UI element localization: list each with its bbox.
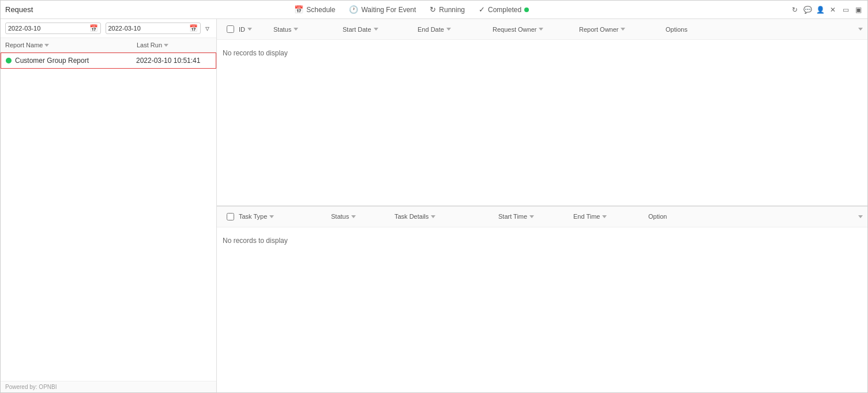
end-time-col-header: End Time xyxy=(573,213,648,220)
completed-status-dot xyxy=(524,8,529,12)
last-run-label: Last Run xyxy=(137,42,162,48)
left-toolbar: 📅 📅 ▿ xyxy=(1,19,216,38)
upper-no-records: No records to display xyxy=(217,40,867,66)
waiting-for-event-nav[interactable]: 🕐 Waiting For Event xyxy=(349,5,416,14)
status-col-header: Status xyxy=(273,26,343,33)
start-time-col-header: Start Time xyxy=(498,213,573,220)
last-run-filter-icon[interactable] xyxy=(164,44,168,47)
status-filter-icon[interactable] xyxy=(294,28,298,31)
task-type-filter-icon[interactable] xyxy=(269,215,274,218)
schedule-icon: 📅 xyxy=(294,5,303,14)
app-window: Request 📅 Schedule 🕐 Waiting For Event ↻… xyxy=(0,0,868,393)
start-date-label: Start Date xyxy=(343,26,371,33)
last-run-col-header: Last Run xyxy=(137,42,212,48)
report-name-cell: Customer Group Report xyxy=(15,57,136,65)
request-owner-label: Request Owner xyxy=(493,26,536,33)
report-list: Customer Group Report 2022-03-10 10:51:4… xyxy=(1,53,216,381)
task-status-label: Status xyxy=(331,213,349,220)
completed-nav[interactable]: ✓ Completed xyxy=(479,5,529,14)
date-to-wrapper: 📅 xyxy=(106,23,201,34)
report-name-label: Report Name xyxy=(5,42,43,48)
request-owner-col-header: Request Owner xyxy=(493,26,579,33)
end-time-label: End Time xyxy=(573,213,600,220)
option-col-header: Option xyxy=(648,213,863,220)
options-filter-icon[interactable] xyxy=(858,28,863,31)
main-content: 📅 📅 ▿ Report Name Last Run xyxy=(1,19,867,392)
powered-by-footer: Powered by: OPNBI xyxy=(1,381,216,392)
lower-table-header: Task Type Status Task Details Start Time xyxy=(217,207,867,227)
id-filter-icon[interactable] xyxy=(247,28,252,31)
request-owner-filter-icon[interactable] xyxy=(539,28,543,31)
schedule-nav[interactable]: 📅 Schedule xyxy=(294,5,335,14)
date-from-wrapper: 📅 xyxy=(5,23,101,34)
report-status-indicator xyxy=(6,58,12,63)
upper-select-all-checkbox[interactable] xyxy=(227,25,234,33)
report-owner-col-header: Report Owner xyxy=(579,26,666,33)
task-type-label: Task Type xyxy=(239,213,267,220)
calendar-from-icon[interactable]: 📅 xyxy=(89,24,98,32)
nav-bar: 📅 Schedule 🕐 Waiting For Event ↻ Running… xyxy=(294,5,529,14)
report-owner-filter-icon[interactable] xyxy=(621,28,625,31)
start-time-filter-icon[interactable] xyxy=(529,215,534,218)
start-date-col-header: Start Date xyxy=(343,26,418,33)
report-row[interactable]: Customer Group Report 2022-03-10 10:51:4… xyxy=(1,53,216,69)
close-button[interactable]: ✕ xyxy=(828,5,837,14)
waiting-for-event-label: Waiting For Event xyxy=(361,6,416,14)
report-name-col-header: Report Name xyxy=(5,42,137,48)
minimize-button[interactable]: ▭ xyxy=(841,5,850,14)
left-table-header: Report Name Last Run xyxy=(1,38,216,53)
report-owner-label: Report Owner xyxy=(579,26,618,33)
left-panel: 📅 📅 ▿ Report Name Last Run xyxy=(1,19,217,392)
upper-table-header: ID Status Start Date End Date xyxy=(217,19,867,40)
end-date-label: End Date xyxy=(418,26,444,33)
id-label: ID xyxy=(239,26,245,33)
calendar-to-icon[interactable]: 📅 xyxy=(189,24,198,32)
app-title: Request xyxy=(5,5,33,14)
right-panel: ID Status Start Date End Date xyxy=(217,19,867,392)
report-lastrun-cell: 2022-03-10 10:51:41 xyxy=(136,57,211,65)
id-col-header: ID xyxy=(239,26,273,33)
check-icon: ✓ xyxy=(479,5,485,14)
options-col-header: Options xyxy=(666,26,863,33)
running-nav[interactable]: ↻ Running xyxy=(430,5,465,14)
start-time-label: Start Time xyxy=(498,213,527,220)
date-to-input[interactable] xyxy=(108,25,190,32)
upper-table-section: ID Status Start Date End Date xyxy=(217,19,867,207)
option-filter-icon[interactable] xyxy=(858,215,863,218)
title-bar: Request 📅 Schedule 🕐 Waiting For Event ↻… xyxy=(1,1,867,19)
task-status-filter-icon[interactable] xyxy=(351,215,356,218)
chat-button[interactable]: 💬 xyxy=(803,5,812,14)
task-details-filter-icon[interactable] xyxy=(431,215,435,218)
upper-checkbox-col xyxy=(221,25,239,33)
task-status-col-header: Status xyxy=(331,213,394,220)
status-label: Status xyxy=(273,26,291,33)
powered-by-text: Powered by: OPNBI xyxy=(5,384,57,390)
end-time-filter-icon[interactable] xyxy=(602,215,607,218)
lower-checkbox-col xyxy=(221,213,239,220)
completed-label: Completed xyxy=(488,6,521,14)
end-date-filter-icon[interactable] xyxy=(446,28,451,31)
report-name-filter-icon[interactable] xyxy=(44,44,49,47)
date-from-input[interactable] xyxy=(8,25,89,32)
options-label: Options xyxy=(666,26,687,33)
filter-icon[interactable]: ▿ xyxy=(203,23,212,34)
end-date-col-header: End Date xyxy=(418,26,493,33)
window-controls: ↻ 💬 👤 ✕ ▭ ▣ xyxy=(790,5,863,14)
maximize-button[interactable]: ▣ xyxy=(854,5,863,14)
task-details-col-header: Task Details xyxy=(394,213,498,220)
start-date-filter-icon[interactable] xyxy=(374,28,378,31)
schedule-label: Schedule xyxy=(306,6,335,14)
clock-icon: 🕐 xyxy=(349,5,358,14)
running-icon: ↻ xyxy=(430,5,436,14)
user-button[interactable]: 👤 xyxy=(816,5,825,14)
lower-select-all-checkbox[interactable] xyxy=(227,213,234,220)
lower-table-section: Task Type Status Task Details Start Time xyxy=(217,207,867,393)
task-details-label: Task Details xyxy=(394,213,429,220)
lower-no-records: No records to display xyxy=(217,227,867,254)
option-label: Option xyxy=(648,213,667,220)
running-label: Running xyxy=(439,6,465,14)
refresh-button[interactable]: ↻ xyxy=(790,5,799,14)
task-type-col-header: Task Type xyxy=(239,213,331,220)
